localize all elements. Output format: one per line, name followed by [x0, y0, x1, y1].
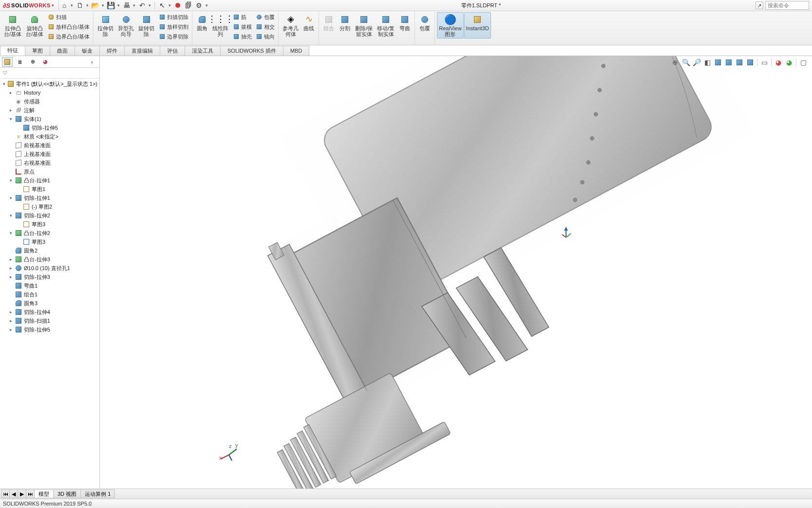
tree-node[interactable]: ▾切除-拉伸1 [0, 194, 99, 202]
shell-button[interactable]: 抽壳 [231, 32, 253, 41]
tree-node[interactable]: ▸🗊注解 [0, 106, 99, 115]
expand-icon[interactable]: ▸ [9, 90, 13, 95]
boundary-boss-button[interactable]: 边界凸台/基体 [46, 32, 91, 41]
cmdtab-surface[interactable]: 曲面 [50, 46, 75, 56]
expand-icon[interactable]: ▾ [9, 213, 13, 218]
graphics-viewport[interactable]: y x z [100, 56, 812, 498]
tree-node[interactable]: 草图3 [0, 220, 99, 229]
tree-node[interactable]: ▾凸台-拉伸1 [0, 176, 99, 185]
tree-node[interactable]: 切除-拉伸5 [0, 123, 99, 132]
expand-icon[interactable]: ▸ [9, 274, 13, 279]
tree-node[interactable]: ▸切除-扫描1 [0, 316, 99, 325]
filter-icon[interactable]: ▽ [3, 70, 7, 76]
search-input[interactable] [765, 1, 809, 10]
appearance-icon[interactable] [745, 58, 755, 67]
tab-motion[interactable]: 运动算例 1 [80, 489, 115, 498]
delete-keep-button[interactable]: 删除/保 留实体 [353, 12, 375, 39]
tree-node[interactable]: ▸Ø10.0 (10) 直径孔1 [0, 264, 99, 273]
chevron-down-icon[interactable]: ▾ [132, 3, 137, 8]
home-icon[interactable]: ⌂ [59, 0, 70, 11]
tree-node[interactable]: 草图3 [0, 237, 99, 246]
sweep-boss-button[interactable]: 扫描 [46, 12, 91, 22]
tree-node[interactable]: 圆角2 [0, 246, 99, 255]
display-manager-tab-icon[interactable]: ◕ [40, 57, 51, 67]
tree-node[interactable]: 前视基准面 [0, 141, 99, 150]
view-triad[interactable]: y x z [219, 441, 239, 461]
feature-tree-tab-icon[interactable] [2, 57, 13, 67]
expand-icon[interactable]: ▸ [9, 108, 13, 113]
cmdtab-evaluate[interactable]: 评估 [160, 46, 185, 56]
wrap-button[interactable]: 包覆 [254, 12, 276, 22]
cmdtab-directedit[interactable]: 直接编辑 [124, 46, 160, 56]
new-icon[interactable]: 🗋 [75, 0, 85, 11]
zoom-area-icon[interactable]: 🔍 [681, 58, 691, 67]
boundary-cut-button[interactable]: 边界切除 [157, 32, 190, 41]
expand-icon[interactable]: ▸ [9, 266, 13, 271]
tree-node[interactable]: 原点 [0, 167, 99, 176]
property-manager-tab-icon[interactable]: 🗎 [15, 57, 25, 67]
tree-node[interactable]: ◉传感器 [0, 97, 99, 106]
tree-node[interactable]: 弯曲1 [0, 281, 99, 290]
realview-button[interactable]: 🔵RealView 图形 [437, 12, 463, 39]
view-orient-icon[interactable] [713, 58, 723, 67]
display-style-icon[interactable] [724, 58, 734, 67]
linear-pattern-button[interactable]: ⋮⋮⋮线性阵 列 [210, 12, 230, 41]
expand-icon[interactable]: ▾ [9, 117, 13, 121]
tree-node[interactable]: 上视基准面 [0, 150, 99, 158]
chevron-down-icon[interactable]: ▾ [205, 3, 209, 8]
print-icon[interactable]: 🖶 [121, 0, 132, 11]
combine-button[interactable]: 组合 [321, 12, 337, 39]
search-toggle-icon[interactable]: ↗ [755, 1, 763, 9]
config-manager-tab-icon[interactable]: ⊕ [27, 57, 38, 67]
expand-icon[interactable]: ▸ [9, 318, 13, 323]
cmdtab-sketch[interactable]: 草图 [25, 46, 50, 56]
expand-icon[interactable]: ▾ [9, 195, 13, 200]
zoom-fit-icon[interactable]: ⊕ [670, 58, 680, 67]
cmdtab-features[interactable]: 特征 [0, 46, 25, 56]
chevron-down-icon[interactable]: ▾ [51, 3, 56, 8]
document-props-icon[interactable]: 🗐 [183, 0, 194, 11]
tree-node[interactable]: ▸切除-拉伸4 [0, 308, 99, 316]
viewport-icon[interactable]: ▢ [798, 58, 808, 67]
tab-model[interactable]: 模型 [34, 489, 54, 498]
tree-node[interactable]: 组合1 [0, 290, 99, 299]
tree-node[interactable]: ≡材质 <未指定> [0, 132, 99, 141]
rib-button[interactable]: 筋 [231, 12, 253, 22]
tab-nav-last[interactable]: ⏭ [26, 489, 35, 498]
chevron-down-icon[interactable]: ▾ [85, 3, 90, 8]
tree-node[interactable]: (-) 草图2 [0, 202, 99, 211]
tab-nav-first[interactable]: ⏮ [1, 489, 10, 498]
expand-icon[interactable]: ▾ [9, 178, 13, 183]
tree-node[interactable]: ▸切除-拉伸5 [0, 325, 99, 334]
move-copy-button[interactable]: 移动/复 制实体 [375, 12, 397, 39]
loft-cut-button[interactable]: 放样切割 [157, 22, 190, 32]
select-icon[interactable]: ↖ [157, 0, 168, 11]
section-view-icon[interactable]: ◧ [702, 58, 712, 67]
loft-boss-button[interactable]: 放样凸台/基体 [46, 22, 91, 32]
cmdtab-mbd[interactable]: MBD [283, 46, 309, 56]
chevron-down-icon[interactable]: ▾ [168, 3, 172, 8]
scene-icon[interactable]: ▭ [759, 58, 769, 67]
wrap2-button[interactable]: 包覆 [417, 12, 433, 33]
chevron-down-icon[interactable]: ▾ [101, 3, 106, 8]
tree-node[interactable]: 草图1 [0, 185, 99, 194]
chevron-down-icon[interactable]: ▾ [116, 3, 121, 8]
tree-root[interactable]: ▾ 零件1 (默认<<默认>_显示状态 1>) [0, 79, 99, 88]
flex-button[interactable]: 弯曲 [397, 12, 413, 39]
extrude-boss-button[interactable]: 拉伸凸 台/基体 [2, 12, 23, 41]
instant3d-button[interactable]: Instant3D [464, 12, 491, 39]
expand-icon[interactable]: ▸ [9, 327, 13, 332]
chevron-down-icon[interactable]: ▾ [70, 3, 75, 8]
tree-node[interactable]: 右视基准面 [0, 158, 99, 167]
revolve-boss-button[interactable]: 旋转凸 台/基体 [24, 12, 45, 41]
expand-icon[interactable]: ▾ [9, 231, 13, 235]
tab-3dview[interactable]: 3D 视图 [53, 489, 81, 498]
revolve-cut-button[interactable]: 旋转切 除 [136, 12, 156, 41]
split-button[interactable]: 分割 [337, 12, 353, 39]
extrude-cut-button[interactable]: 拉伸切 除 [95, 12, 115, 41]
panel-collapse-icon[interactable]: › [87, 57, 97, 67]
tree-node[interactable]: ▾实体(1) [0, 115, 99, 123]
open-icon[interactable]: 📂 [90, 0, 101, 11]
options-icon[interactable]: ⚙ [194, 0, 205, 11]
cmdtab-addins[interactable]: SOLIDWORKS 插件 [220, 46, 283, 56]
